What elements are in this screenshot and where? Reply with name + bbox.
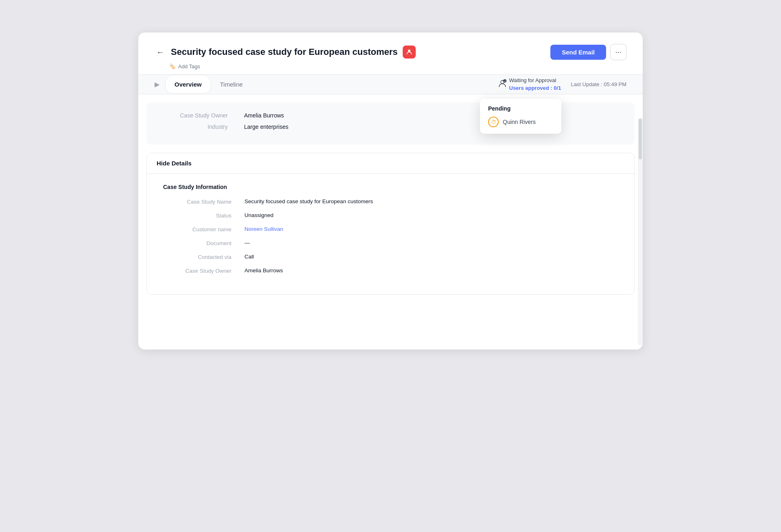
approval-line2: Users approved : 0/1 [509, 85, 561, 92]
details-body: Case Study Information Case Study Name S… [147, 174, 634, 294]
details-header: Hide Details [147, 153, 634, 174]
header-left: ← Security focused case study for Europe… [155, 46, 416, 59]
info-label-4: Contacted via [163, 254, 244, 260]
tag-icon: 🏷️ [169, 63, 176, 69]
pending-user-row: ⏱ Quinn Rivers [488, 117, 553, 127]
approval-text: Waiting for Approval Users approved : 0/… [509, 77, 561, 91]
hide-details-button[interactable]: Hide Details [157, 160, 192, 167]
info-value-2-link[interactable]: Noreen Sullivan [244, 226, 283, 232]
overview-label-0: Case Study Owner [163, 112, 228, 119]
pending-dropdown: Pending ⏱ Quinn Rivers [480, 99, 561, 134]
header-actions: Send Email ··· [550, 44, 626, 60]
add-tags-label: Add Tags [178, 63, 200, 69]
info-label-0: Case Study Name [163, 198, 244, 205]
svg-point-1 [408, 50, 410, 52]
info-row-3: Document — [163, 240, 618, 246]
send-email-button[interactable]: Send Email [550, 45, 606, 60]
info-value-5: Amelia Burrows [244, 267, 283, 274]
page-title: Security focused case study for European… [171, 47, 398, 57]
overview-value-1: Large enterprises [244, 124, 288, 130]
back-button[interactable]: ← [155, 46, 166, 59]
info-label-5: Case Study Owner [163, 267, 244, 274]
more-options-button[interactable]: ··· [610, 44, 626, 60]
info-section-title: Case Study Information [163, 184, 618, 190]
info-label-2: Customer name [163, 226, 244, 232]
last-update: Last Update : 05:49 PM [571, 81, 626, 87]
header-top: ← Security focused case study for Europe… [155, 44, 626, 60]
info-value-3: — [244, 240, 250, 246]
scrollbar-thumb[interactable] [639, 119, 642, 159]
header: ← Security focused case study for Europe… [138, 33, 643, 75]
tabs-row: ▶ Overview Timeline ✓ Waiting for Approv… [138, 75, 643, 94]
info-value-4: Call [244, 254, 254, 260]
title-badge-icon [403, 46, 416, 59]
info-row-4: Contacted via Call [163, 254, 618, 260]
info-label-3: Document [163, 240, 244, 246]
tab-timeline[interactable]: Timeline [211, 75, 252, 93]
info-label-1: Status [163, 212, 244, 219]
info-row-5: Case Study Owner Amelia Burrows [163, 267, 618, 274]
approval-line1: Waiting for Approval [509, 77, 561, 84]
details-section: Hide Details Case Study Information Case… [146, 153, 635, 295]
add-tags[interactable]: 🏷️ Add Tags [169, 63, 626, 69]
pending-title: Pending [488, 105, 553, 112]
pending-avatar-icon: ⏱ [488, 117, 499, 127]
info-row-2: Customer name Noreen Sullivan [163, 226, 618, 232]
overview-label-1: Industry [163, 124, 228, 130]
tab-overview[interactable]: Overview [165, 75, 211, 94]
info-row-0: Case Study Name Security focused case st… [163, 198, 618, 205]
info-row-1: Status Unassigned [163, 212, 618, 219]
approval-block[interactable]: ✓ Waiting for Approval Users approved : … [498, 77, 561, 91]
main-card: ← Security focused case study for Europe… [138, 33, 643, 350]
info-value-0: Security focused case study for European… [244, 198, 373, 204]
overview-value-0: Amelia Burrows [244, 112, 284, 119]
tabs-right: ✓ Waiting for Approval Users approved : … [498, 77, 627, 91]
svg-text:✓: ✓ [504, 80, 506, 83]
overview-section: Case Study Owner Amelia Burrows Industry… [146, 102, 635, 145]
approval-icon: ✓ [498, 79, 507, 90]
collapse-icon[interactable]: ▶ [155, 80, 159, 88]
info-value-1: Unassigned [244, 212, 273, 218]
scrollbar[interactable] [638, 118, 643, 345]
pending-user-name: Quinn Rivers [503, 119, 536, 125]
